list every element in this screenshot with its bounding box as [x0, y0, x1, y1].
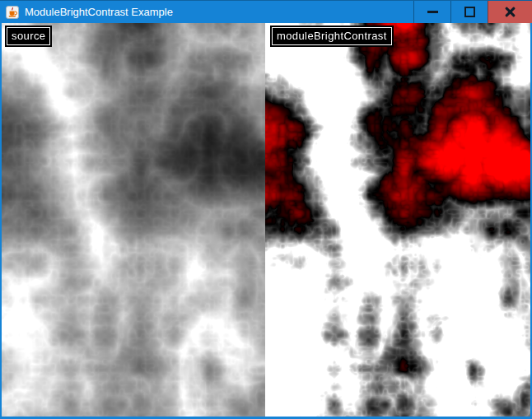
window-title: ModuleBrightContrast Example — [25, 6, 173, 19]
panel-brightcontrast: moduleBrightContrast — [265, 23, 530, 417]
app-window: ModuleBrightContrast Example source modu… — [0, 0, 532, 419]
image-grid: source moduleBrightContrast — [2, 23, 530, 417]
maximize-button[interactable] — [450, 1, 488, 23]
java-coffee-icon — [6, 6, 19, 19]
panel-source: source — [2, 23, 265, 417]
brightcontrast-image — [265, 23, 530, 417]
source-image — [2, 23, 265, 417]
window-controls — [413, 1, 532, 23]
minimize-icon — [427, 11, 438, 13]
minimize-button[interactable] — [413, 1, 450, 23]
close-button[interactable] — [488, 1, 532, 23]
titlebar[interactable]: ModuleBrightContrast Example — [0, 0, 532, 23]
brightcontrast-label: moduleBrightContrast — [272, 27, 392, 45]
close-icon — [505, 7, 516, 17]
maximize-icon — [464, 7, 475, 17]
source-label: source — [7, 27, 50, 45]
